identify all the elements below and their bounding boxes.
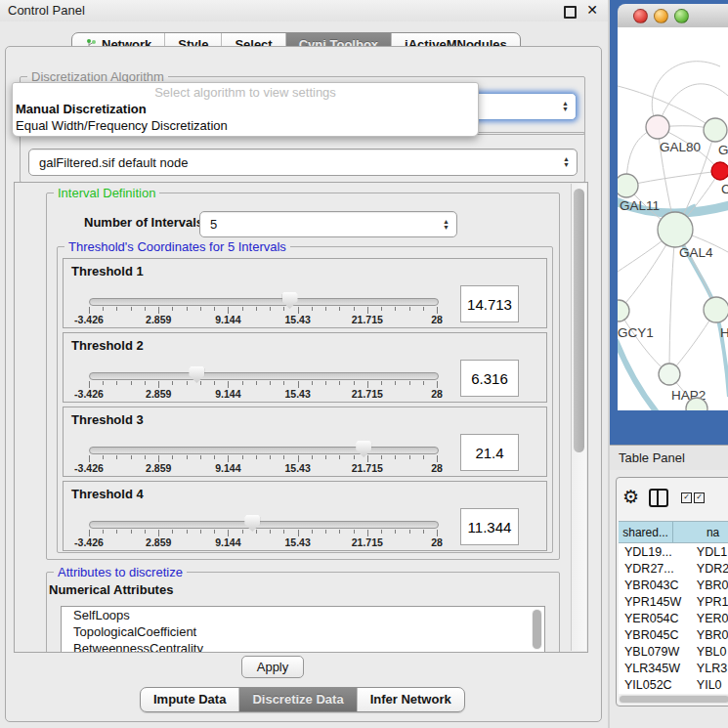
network-node-hap2[interactable]	[659, 364, 680, 385]
tab-impute-data[interactable]: Impute Data	[141, 688, 238, 711]
slider-tick-label: -3.426	[74, 536, 104, 548]
slider-tick	[367, 455, 368, 462]
attributes-list-scrollbar[interactable]	[532, 609, 542, 650]
slider-track[interactable]	[89, 372, 439, 380]
table-row[interactable]: YBR045CYBR0	[619, 626, 728, 643]
table-cell[interactable]: YIL052C	[619, 678, 691, 692]
table-cell[interactable]: YLR3	[691, 662, 728, 675]
network-node-ga[interactable]	[704, 118, 727, 142]
table-cell[interactable]: YBL0	[691, 645, 728, 659]
table-header-name[interactable]: na	[673, 522, 728, 542]
tab-infer-network[interactable]: Infer Network	[357, 688, 464, 711]
network-edge[interactable]	[626, 171, 720, 186]
slider-tick	[116, 530, 117, 534]
table-row[interactable]: YLR345WYLR3	[619, 660, 728, 676]
table-cell[interactable]: YPR1	[691, 595, 728, 609]
attribute-list-item[interactable]: SelfLoops	[62, 607, 544, 623]
network-node-label: GAL80	[660, 140, 701, 154]
network-edge-highlighted[interactable]	[618, 340, 657, 410]
scrollbar-thumb[interactable]	[533, 610, 541, 649]
table-row[interactable]: YBR043CYBR0	[619, 577, 728, 593]
float-window-icon[interactable]	[564, 6, 577, 19]
table-cell[interactable]: YDR2	[691, 562, 728, 576]
slider-tick	[298, 530, 299, 536]
slider-tick-label: 15.43	[284, 388, 310, 400]
slider-tick	[172, 530, 173, 534]
slider-tick	[214, 530, 215, 534]
stepper-arrows-icon: ▲▼	[443, 219, 450, 231]
slider-track[interactable]	[89, 447, 439, 454]
table-row[interactable]: YER054CYER0	[619, 610, 728, 626]
network-edge[interactable]	[669, 230, 675, 374]
table-cell[interactable]: YBR043C	[619, 578, 691, 592]
table-row[interactable]: YDL19...YDL1	[619, 543, 728, 560]
slider-tick	[103, 455, 104, 459]
network-node-h[interactable]	[704, 297, 728, 322]
table-row[interactable]: YPR145WYPR1	[619, 593, 728, 610]
network-node-c[interactable]	[711, 162, 728, 180]
table-cell[interactable]: YBR0	[691, 628, 728, 642]
table-cell[interactable]: YDL19...	[619, 545, 691, 559]
attribute-list-item[interactable]: TopologicalCoefficient	[62, 623, 544, 640]
table-cell[interactable]: YER0	[691, 612, 728, 625]
apply-button[interactable]: Apply	[241, 656, 304, 678]
threshold-value-field[interactable]: 6.316	[460, 360, 519, 397]
threshold-label: Threshold 2	[71, 338, 144, 353]
threshold-panel-4: Threshold 4-3.4262.8599.14415.4321.71528…	[63, 481, 547, 551]
scrollbar-thumb[interactable]	[620, 696, 728, 703]
slider-tick-label: 2.859	[146, 536, 171, 548]
threshold-value-field[interactable]: 21.4	[460, 434, 519, 471]
threshold-value-field[interactable]: 14.713	[460, 285, 519, 322]
network-node-gal11[interactable]	[618, 174, 638, 197]
table-cell[interactable]: YBR045C	[619, 628, 691, 642]
close-traffic-light-icon[interactable]	[633, 9, 648, 23]
checkbox-pair-icon[interactable]: ✓ ✓	[681, 492, 705, 503]
minimize-traffic-light-icon[interactable]	[654, 9, 668, 23]
table-row[interactable]: YDR27...YDR2	[619, 560, 728, 577]
network-graph[interactable]: GAL80GACGAL11GAL4GCY1HHAP2	[618, 27, 728, 410]
tab-discretize-data[interactable]: Discretize Data	[238, 688, 356, 711]
table-data-combobox[interactable]: galFiltered.sif default node ▲▼	[28, 149, 578, 176]
network-node-gcy1[interactable]	[618, 300, 629, 321]
slider-tick-label: 28	[431, 388, 443, 400]
popup-option-equal-width-frequency[interactable]: Equal Width/Frequency Discretization	[16, 118, 475, 133]
settings-vertical-scrollbar[interactable]	[571, 184, 586, 651]
table-cell[interactable]: YBL079W	[619, 645, 691, 659]
slider-tick	[381, 530, 382, 534]
close-icon[interactable]: ✕	[586, 2, 598, 18]
zoom-traffic-light-icon[interactable]	[674, 9, 689, 23]
slider-tick	[437, 455, 438, 462]
table-cell[interactable]: YPR145W	[619, 595, 691, 609]
network-canvas[interactable]: GAL80GACGAL11GAL4GCY1HHAP2	[618, 27, 728, 410]
numerical-attributes-list[interactable]: SelfLoopsTopologicalCoefficientBetweenne…	[61, 606, 545, 653]
table-cell[interactable]: YDR27...	[619, 562, 691, 576]
slider-tick	[381, 307, 382, 311]
table-cell[interactable]: YDL1	[691, 545, 728, 559]
table-cell[interactable]: YER054C	[619, 612, 691, 625]
algorithm-popup: Select algorithm to view settings Manual…	[12, 82, 479, 137]
popup-option-manual-discretization[interactable]: Manual Discretization	[16, 102, 475, 116]
table-panel-titlebar: Table Panel	[610, 445, 728, 472]
slider-tick	[187, 530, 188, 534]
table-cell[interactable]: YBR0	[691, 578, 728, 592]
slider-track[interactable]	[89, 521, 439, 529]
table-cell[interactable]: YIL0	[691, 678, 728, 692]
gear-icon[interactable]: ⚙	[622, 486, 639, 507]
table-horizontal-scrollbar[interactable]	[619, 695, 728, 704]
network-window-titlebar[interactable]	[618, 4, 728, 28]
number-of-intervals-combobox[interactable]: 5 ▲▼	[199, 211, 457, 237]
table-cell[interactable]: YLR345W	[619, 662, 691, 675]
table-header-shared-name[interactable]: shared...	[619, 522, 673, 542]
table-row[interactable]: YBL079WYBL0	[619, 643, 728, 660]
slider-track[interactable]	[89, 298, 439, 306]
attribute-list-item[interactable]: BetweennessCentrality	[62, 640, 544, 653]
thresholds-group-label: Threshold's Coordinates for 5 Intervals	[64, 239, 290, 254]
network-node-gal4[interactable]	[658, 212, 693, 247]
slider-tick	[89, 530, 90, 536]
threshold-value-field[interactable]: 11.344	[460, 508, 519, 545]
split-column-icon[interactable]	[649, 489, 668, 507]
table-row[interactable]: YIL052CYIL0	[619, 676, 728, 693]
slider-tick	[103, 381, 104, 385]
network-node-gal80[interactable]	[646, 115, 669, 139]
scrollbar-thumb[interactable]	[574, 189, 584, 452]
